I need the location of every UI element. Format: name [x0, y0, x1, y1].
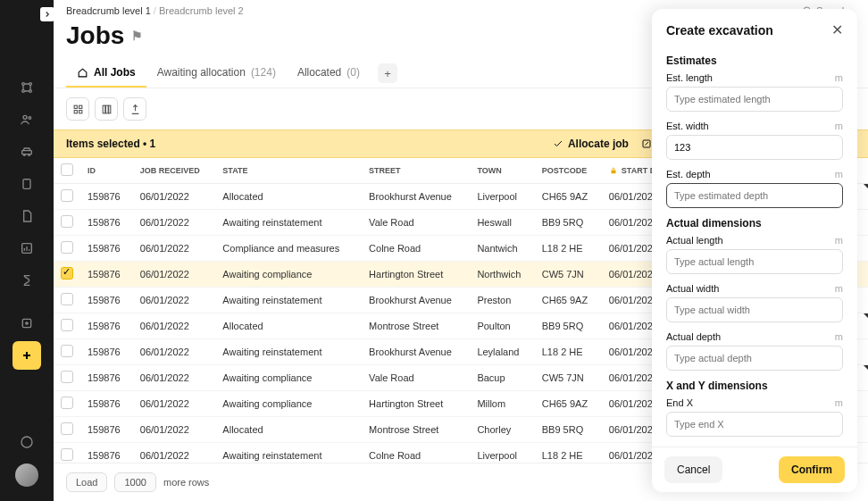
- row-checkbox[interactable]: [61, 215, 73, 228]
- svg-rect-19: [105, 105, 108, 113]
- nav-icon-1[interactable]: [13, 73, 41, 102]
- act-width-label: Actual width: [666, 283, 719, 294]
- allocate-job-button[interactable]: Allocate job: [553, 138, 629, 150]
- svg-point-4: [23, 115, 27, 119]
- cell-received: 06/01/2022: [133, 184, 216, 210]
- cell-id: 159876: [80, 443, 133, 463]
- avatar[interactable]: [15, 463, 38, 487]
- tab-add-button[interactable]: +: [378, 63, 397, 83]
- row-checkbox[interactable]: [61, 345, 73, 357]
- breadcrumb-2[interactable]: Breadcrumb level 2: [159, 5, 244, 16]
- xy-heading: X and Y dimensions: [666, 380, 843, 392]
- col-state[interactable]: STATE: [215, 158, 362, 184]
- tab-all-jobs[interactable]: All Jobs: [66, 59, 146, 88]
- row-checkbox[interactable]: [61, 293, 73, 305]
- cell-postcode: L18 2 HE: [535, 443, 602, 463]
- cell-town: Bacup: [470, 365, 534, 391]
- export-button[interactable]: [123, 97, 146, 121]
- cancel-button[interactable]: Cancel: [664, 456, 722, 483]
- col-received[interactable]: JOB RECEIVED: [133, 158, 216, 184]
- est-depth-input[interactable]: [666, 183, 843, 208]
- cell-postcode: CW5 7JN: [535, 262, 602, 288]
- nav-chart-icon[interactable]: [13, 234, 41, 263]
- cell-id: 159876: [80, 365, 133, 391]
- cell-received: 06/01/2022: [133, 313, 216, 339]
- row-checkbox[interactable]: [61, 448, 73, 461]
- nav-vehicle-icon[interactable]: [13, 138, 41, 166]
- est-width-label: Est. width: [666, 121, 709, 131]
- row-checkbox[interactable]: [61, 397, 73, 409]
- cell-state: Allocated: [215, 417, 362, 443]
- col-street[interactable]: STREET: [362, 158, 470, 184]
- nav-help-icon[interactable]: [13, 428, 41, 456]
- cell-id: 159876: [80, 262, 133, 288]
- est-width-input[interactable]: [666, 135, 843, 160]
- nav-add-1-icon[interactable]: [13, 309, 41, 338]
- act-depth-input[interactable]: [666, 346, 843, 371]
- act-width-input[interactable]: [666, 297, 843, 322]
- cell-postcode: L18 2 HE: [535, 339, 602, 365]
- cell-postcode: BB9 5RQ: [535, 313, 602, 339]
- col-town[interactable]: TOWN: [470, 158, 534, 184]
- nav-hourglass-icon[interactable]: [13, 266, 41, 295]
- cell-street: Brookhurst Avenue: [362, 184, 470, 210]
- act-length-input[interactable]: [666, 249, 843, 274]
- row-checkbox[interactable]: [61, 189, 73, 202]
- create-excavation-panel: Create excavation ✕ Estimates Est. lengt…: [652, 9, 857, 492]
- tab-allocated[interactable]: Allocated (0): [287, 59, 371, 88]
- svg-point-2: [22, 90, 25, 93]
- nav-users-icon[interactable]: [13, 105, 41, 134]
- cell-state: Awaiting compliance: [215, 391, 362, 417]
- svg-rect-18: [103, 105, 105, 113]
- expand-rail-button[interactable]: [40, 7, 54, 21]
- svg-point-12: [21, 437, 32, 447]
- nav-rail: [0, 0, 54, 501]
- cell-street: Hartington Street: [362, 391, 470, 417]
- svg-rect-15: [79, 105, 81, 108]
- end-x-label: End X: [666, 397, 693, 408]
- flag-icon[interactable]: ⚑: [131, 29, 143, 43]
- tab-awaiting[interactable]: Awaiting allocation (124): [146, 59, 287, 88]
- view-grid-button[interactable]: [66, 97, 89, 121]
- cell-postcode: CH65 9AZ: [535, 288, 602, 313]
- row-count-input[interactable]: 1000: [114, 472, 155, 492]
- nav-clipboard-icon[interactable]: [13, 170, 41, 198]
- view-columns-button[interactable]: [95, 97, 118, 121]
- col-postcode[interactable]: POSTCODE: [535, 158, 602, 184]
- cell-state: Awaiting compliance: [215, 365, 362, 391]
- nav-doc-icon[interactable]: [13, 202, 41, 230]
- lock-icon: [609, 166, 618, 175]
- close-icon[interactable]: ✕: [831, 21, 843, 38]
- cell-postcode: CW5 7JN: [535, 365, 602, 391]
- cell-town: Preston: [470, 288, 534, 313]
- cell-state: Awaiting reinstatement: [215, 339, 362, 365]
- row-checkbox[interactable]: [61, 319, 73, 331]
- cell-street: Colne Road: [362, 236, 470, 262]
- end-x-input[interactable]: [666, 412, 843, 437]
- confirm-button[interactable]: Confirm: [779, 456, 845, 483]
- select-all-checkbox[interactable]: [61, 163, 73, 176]
- load-button[interactable]: Load: [66, 472, 107, 492]
- est-length-input[interactable]: [666, 87, 843, 112]
- cell-town: Chorley: [470, 417, 534, 443]
- home-icon: [77, 67, 88, 79]
- cell-town: Northwich: [470, 262, 534, 288]
- cell-town: Millom: [470, 391, 534, 417]
- cell-street: Vale Road: [362, 210, 470, 236]
- svg-point-0: [22, 83, 25, 86]
- act-depth-label: Actual depth: [666, 331, 721, 342]
- actual-heading: Actual dimensions: [666, 217, 843, 230]
- row-checkbox[interactable]: [61, 371, 73, 383]
- estimates-heading: Estimates: [666, 54, 843, 67]
- col-id[interactable]: ID: [80, 158, 133, 184]
- cell-street: Brookhurst Avenue: [362, 288, 470, 313]
- cell-id: 159876: [80, 417, 133, 443]
- row-checkbox[interactable]: [61, 241, 73, 254]
- row-checkbox[interactable]: [61, 422, 73, 435]
- nav-add-highlight-icon[interactable]: [13, 341, 41, 370]
- breadcrumb-1[interactable]: Breadcrumb level 1: [66, 5, 151, 16]
- cell-state: Allocated: [215, 184, 362, 210]
- cell-received: 06/01/2022: [133, 288, 216, 313]
- row-checkbox[interactable]: [61, 267, 73, 280]
- cell-received: 06/01/2022: [133, 339, 216, 365]
